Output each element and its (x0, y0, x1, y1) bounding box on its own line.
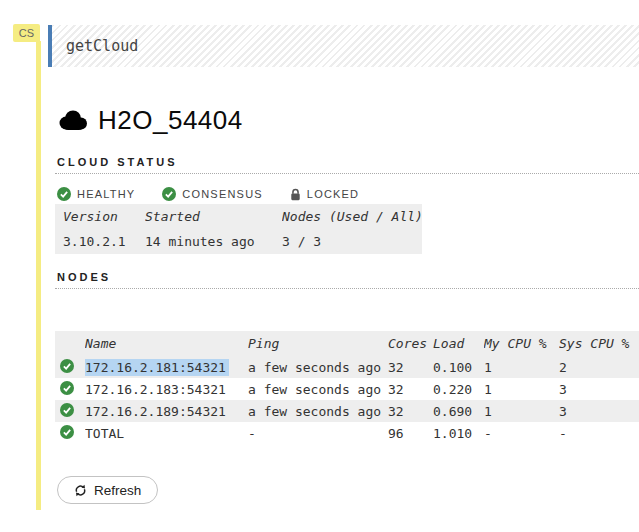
node-name-cell[interactable]: 172.16.2.183:54321 (85, 378, 248, 400)
table-header-row: Name Ping Cores Load My CPU % Sys CPU % (55, 331, 639, 356)
node-ping-cell: - (248, 422, 388, 444)
column-header: Load (433, 331, 484, 356)
node-syscpu-cell: - (559, 422, 639, 444)
cell-gutter-line (36, 41, 41, 510)
nodes-heading: NODES (55, 271, 639, 289)
code-cell[interactable]: getCloud (48, 25, 639, 67)
cell-type-badge[interactable]: CS (13, 24, 40, 42)
node-load-cell: 0.220 (433, 378, 484, 400)
check-circle-icon (60, 359, 74, 373)
lock-icon (290, 188, 301, 201)
selected-text[interactable]: 172.16.2.181:54321 (85, 359, 229, 376)
node-mycpu-cell: 1 (484, 378, 559, 400)
node-mycpu-cell: - (484, 422, 559, 444)
check-circle-icon (60, 425, 74, 439)
node-syscpu-cell: 2 (559, 356, 639, 378)
table-header-row: Version Started Nodes (Used / All) (55, 204, 422, 229)
total-row: TOTAL - 96 1.010 - - (55, 422, 639, 444)
column-header: Sys CPU % (559, 331, 639, 356)
node-row: 172.16.2.181:54321 a few seconds ago 32 … (55, 356, 639, 378)
column-header: Ping (248, 331, 388, 356)
badge-label: LOCKED (307, 188, 359, 200)
node-name-cell[interactable]: 172.16.2.189:54321 (85, 400, 248, 422)
column-header: Version (55, 204, 145, 229)
badge-label: HEALTHY (77, 188, 135, 200)
column-header: Nodes (Used / All) (282, 204, 422, 229)
refresh-button-label: Refresh (94, 483, 141, 498)
node-row: 172.16.2.189:54321 a few seconds ago 32 … (55, 400, 639, 422)
node-ping-cell: a few seconds ago (248, 400, 388, 422)
nodes-table: Name Ping Cores Load My CPU % Sys CPU % … (55, 331, 639, 444)
code-cell-text[interactable]: getCloud (52, 25, 639, 67)
page-title: H2O_54404 (57, 103, 243, 137)
node-syscpu-cell: 3 (559, 400, 639, 422)
node-load-cell: 0.100 (433, 356, 484, 378)
column-header: My CPU % (484, 331, 559, 356)
node-name-cell: TOTAL (85, 422, 248, 444)
status-badges: HEALTHY CONSENSUS LOCKED (57, 186, 359, 202)
status-badge-locked: LOCKED (290, 188, 359, 201)
cloud-status-heading: CLOUD STATUS (55, 156, 639, 174)
status-badge-healthy: HEALTHY (57, 187, 135, 201)
check-circle-icon (60, 381, 74, 395)
node-cores-cell: 32 (388, 378, 433, 400)
cloud-status-table: Version Started Nodes (Used / All) 3.10.… (55, 204, 422, 254)
status-badge-consensus: CONSENSUS (162, 187, 262, 201)
node-cores-cell: 96 (388, 422, 433, 444)
nodes-count-cell: 3 / 3 (282, 229, 422, 254)
started-cell: 14 minutes ago (145, 229, 282, 254)
node-load-cell: 1.010 (433, 422, 484, 444)
version-cell: 3.10.2.1 (55, 229, 145, 254)
node-ping-cell: a few seconds ago (248, 378, 388, 400)
column-header: Name (85, 331, 248, 356)
check-circle-icon (57, 187, 71, 201)
refresh-button[interactable]: Refresh (57, 476, 158, 504)
table-row: 3.10.2.1 14 minutes ago 3 / 3 (55, 229, 422, 254)
check-circle-icon (60, 403, 74, 417)
status-column-header (55, 331, 85, 356)
node-cores-cell: 32 (388, 400, 433, 422)
cloud-name: H2O_54404 (98, 105, 243, 136)
refresh-icon (74, 484, 87, 497)
check-circle-icon (162, 187, 176, 201)
node-syscpu-cell: 3 (559, 378, 639, 400)
column-header: Cores (388, 331, 433, 356)
node-load-cell: 0.690 (433, 400, 484, 422)
node-mycpu-cell: 1 (484, 356, 559, 378)
node-ping-cell: a few seconds ago (248, 356, 388, 378)
node-row: 172.16.2.183:54321 a few seconds ago 32 … (55, 378, 639, 400)
column-header: Started (145, 204, 282, 229)
cloud-icon (57, 109, 89, 131)
node-mycpu-cell: 1 (484, 400, 559, 422)
node-name-cell[interactable]: 172.16.2.181:54321 (85, 356, 248, 378)
badge-label: CONSENSUS (182, 188, 262, 200)
node-cores-cell: 32 (388, 356, 433, 378)
